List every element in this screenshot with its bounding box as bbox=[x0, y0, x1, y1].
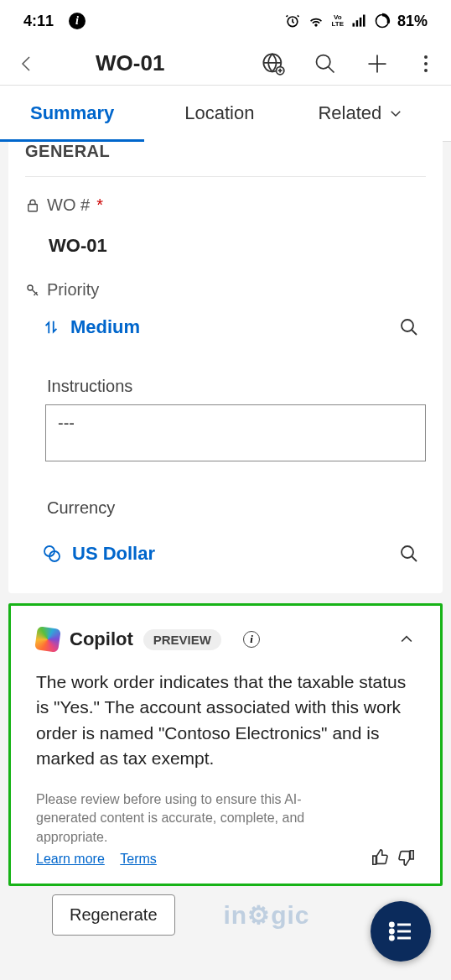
battery-percent: 81% bbox=[397, 13, 428, 30]
back-icon[interactable] bbox=[17, 54, 37, 74]
thumbs-up-icon[interactable] bbox=[371, 848, 390, 867]
alarm-icon bbox=[284, 13, 301, 29]
page-title: WO-01 bbox=[96, 50, 164, 76]
more-icon[interactable] bbox=[417, 55, 434, 72]
wo-label: WO # bbox=[47, 195, 90, 215]
tab-location[interactable]: Location bbox=[168, 86, 271, 141]
copilot-card: Copilot PREVIEW i The work order indicat… bbox=[8, 603, 443, 886]
svg-rect-3 bbox=[360, 18, 362, 27]
search-icon[interactable] bbox=[314, 52, 337, 76]
svg-point-14 bbox=[402, 546, 413, 558]
status-bar: 4:11 i Vo LTE 81% bbox=[0, 0, 451, 42]
section-general-title: GENERAL bbox=[25, 137, 426, 177]
svg-rect-2 bbox=[356, 20, 359, 26]
field-wo-number: WO #* WO-01 bbox=[25, 177, 426, 262]
instructions-label: Instructions bbox=[25, 362, 426, 404]
field-currency: Currency US Dollar bbox=[25, 465, 426, 570]
form-card: GENERAL WO #* WO-01 Priority Medium Inst… bbox=[8, 137, 443, 593]
priority-label: Priority bbox=[47, 280, 99, 300]
list-icon bbox=[387, 918, 414, 945]
key-icon bbox=[25, 283, 40, 298]
copilot-summary-text: The work order indicates that the taxabl… bbox=[36, 670, 415, 772]
svg-rect-1 bbox=[352, 23, 355, 27]
search-icon[interactable] bbox=[399, 544, 419, 564]
currency-value: US Dollar bbox=[72, 543, 155, 565]
lock-icon bbox=[25, 198, 40, 213]
tab-summary-label: Summary bbox=[30, 102, 114, 124]
wifi-icon bbox=[308, 13, 324, 29]
tabs: Summary Location Related bbox=[0, 86, 451, 142]
search-icon[interactable] bbox=[399, 317, 419, 337]
globe-icon[interactable] bbox=[262, 52, 285, 76]
copilot-logo-icon bbox=[34, 626, 61, 653]
learn-more-link[interactable]: Learn more bbox=[36, 852, 105, 866]
svg-point-15 bbox=[390, 923, 393, 926]
required-icon: * bbox=[96, 195, 103, 215]
copilot-disclaimer: Please review before using to ensure thi… bbox=[36, 790, 361, 847]
currency-label: Currency bbox=[25, 483, 426, 526]
watermark: in⚙gic bbox=[224, 900, 310, 930]
currency-icon bbox=[42, 544, 62, 564]
svg-point-16 bbox=[390, 930, 393, 933]
tab-related-label: Related bbox=[318, 102, 381, 124]
app-header: WO-01 bbox=[0, 42, 451, 86]
svg-point-8 bbox=[317, 55, 330, 68]
status-time: 4:11 bbox=[23, 13, 54, 30]
copilot-title: Copilot bbox=[70, 628, 133, 650]
menu-fab[interactable] bbox=[371, 901, 431, 962]
thumbs-down-icon[interactable] bbox=[397, 848, 415, 867]
svg-point-10 bbox=[28, 285, 33, 290]
tab-related[interactable]: Related bbox=[301, 86, 420, 141]
chevron-down-icon bbox=[388, 106, 403, 121]
plus-icon[interactable] bbox=[365, 52, 389, 76]
currency-lookup[interactable]: US Dollar bbox=[25, 526, 426, 570]
info-icon[interactable]: i bbox=[243, 631, 260, 648]
sort-icon bbox=[42, 318, 60, 336]
tab-location-label: Location bbox=[184, 102, 254, 124]
svg-rect-9 bbox=[29, 204, 38, 211]
info-icon: i bbox=[69, 13, 86, 29]
svg-rect-4 bbox=[363, 15, 365, 27]
svg-point-11 bbox=[402, 320, 413, 331]
field-priority: Priority Medium bbox=[25, 262, 426, 343]
preview-badge: PREVIEW bbox=[143, 629, 221, 650]
wo-value: WO-01 bbox=[25, 215, 426, 262]
field-instructions: Instructions bbox=[25, 343, 426, 465]
signal-icon bbox=[350, 13, 367, 29]
chevron-up-icon[interactable] bbox=[398, 631, 415, 648]
priority-lookup[interactable]: Medium bbox=[25, 300, 426, 343]
volte-icon: Vo LTE bbox=[331, 14, 344, 28]
svg-point-17 bbox=[390, 936, 393, 940]
priority-value: Medium bbox=[70, 316, 140, 338]
battery-icon bbox=[374, 13, 391, 29]
instructions-input[interactable] bbox=[45, 404, 426, 461]
terms-link[interactable]: Terms bbox=[120, 852, 157, 866]
regenerate-button[interactable]: Regenerate bbox=[52, 894, 175, 936]
tab-summary[interactable]: Summary bbox=[0, 86, 144, 141]
